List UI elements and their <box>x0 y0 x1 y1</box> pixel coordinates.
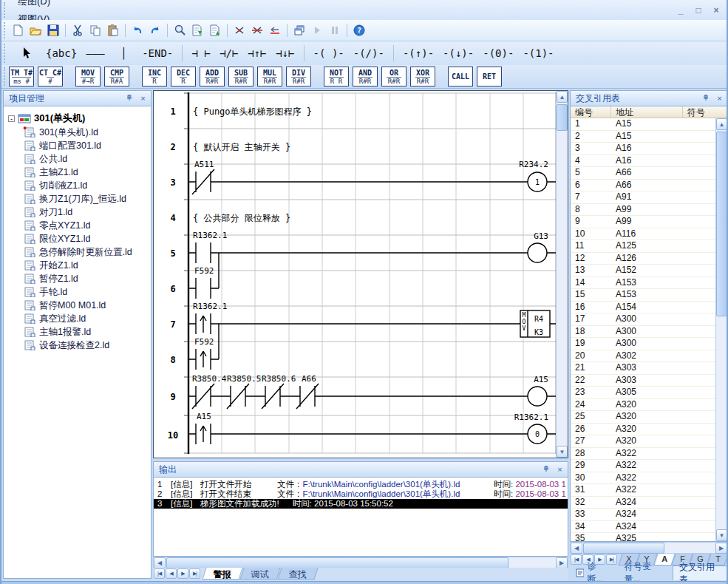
table-row[interactable]: 11 A125 <box>571 240 715 253</box>
scroll-right-icon[interactable]: ▶ <box>556 557 568 568</box>
log-row-selected[interactable]: 3 [信息] 梯形图文件加载成功! 时间: 2015-08-03 15:50:5… <box>154 499 568 509</box>
toolbar-gripper[interactable] <box>4 67 7 86</box>
tree-item[interactable]: 暂停Z1.ld <box>8 272 149 285</box>
column-header-number[interactable]: 编号 <box>571 106 611 118</box>
toolbar-gripper[interactable] <box>4 44 7 63</box>
pin-icon[interactable] <box>541 465 551 474</box>
tree-item[interactable]: 暂停M00 M01.ld <box>8 299 149 312</box>
ladder-element-button[interactable]: ⊣/⊢ <box>215 45 243 61</box>
help-icon[interactable]: ? <box>350 22 368 38</box>
tree-item[interactable]: 手轮.ld <box>8 285 149 299</box>
collapse-icon[interactable]: - <box>8 115 15 122</box>
tree-item[interactable]: 端口配置301.ld <box>8 139 149 152</box>
ladder-element-button[interactable]: ⊣↓⊢ <box>271 45 299 61</box>
column-header-address[interactable]: 地址 <box>611 106 683 118</box>
scroll-right-icon[interactable]: ▶ <box>715 543 727 554</box>
tab-symbol-variables[interactable]: 符号变量... <box>619 566 671 580</box>
run-icon[interactable] <box>308 22 326 38</box>
tree-item[interactable]: 开始Z1.ld <box>8 259 149 272</box>
table-row[interactable]: 34 A324 <box>571 521 715 534</box>
ladder-element-button[interactable]: -END- <box>137 45 177 61</box>
table-row[interactable]: 17 A300 <box>571 313 715 326</box>
copy-icon[interactable] <box>86 22 104 38</box>
table-row[interactable]: 21 A303 <box>571 362 715 375</box>
ladder-element-button[interactable]: ⊣↑⊢ <box>243 45 271 61</box>
first-tab-icon[interactable]: |◀ <box>154 568 165 579</box>
ladder-editor[interactable]: 1 2 3 4 5 6 7 8 9 10 { Pungo单头机梯形图程序 } {… <box>153 90 568 458</box>
restore-button[interactable]: □ <box>693 5 704 16</box>
close-icon[interactable]: × <box>138 94 148 103</box>
ladder-element-button[interactable]: ⊣ ⊢ <box>182 45 214 61</box>
save-doc-icon[interactable] <box>206 22 224 38</box>
prev-tab-icon[interactable]: ◀ <box>166 568 177 579</box>
table-row[interactable]: 10 A116 <box>571 228 715 241</box>
toolbar-gripper[interactable] <box>4 22 7 38</box>
last-tab-icon[interactable]: ▶| <box>189 568 200 579</box>
table-row[interactable]: 32 A324 <box>571 497 715 509</box>
delete-line-icon[interactable] <box>248 22 266 38</box>
tree-item[interactable]: 换刀Z1(刀库)_恒远.ld <box>8 192 149 206</box>
ladder-element-button[interactable]: -(0)- <box>478 45 518 61</box>
save-icon[interactable] <box>44 22 62 38</box>
table-row[interactable]: 8 A99 <box>571 204 715 217</box>
close-icon[interactable]: × <box>555 465 565 474</box>
editor-vertical-scrollbar[interactable]: ▲ ▼ <box>556 91 568 458</box>
instruction-button[interactable]: ADD R#R <box>200 67 225 86</box>
tree-item[interactable]: 对刀1.ld <box>8 206 149 219</box>
log-row[interactable]: 2 [信息] 打开文件结束 文件： F:\trunk\Main\config\l… <box>154 489 568 499</box>
table-row[interactable]: 28 A322 <box>571 448 715 461</box>
scroll-thumb[interactable] <box>583 543 664 554</box>
scroll-left-icon[interactable]: ◀ <box>571 543 582 554</box>
ladder-element-button[interactable]: {abc} <box>41 45 81 61</box>
scroll-thumb[interactable] <box>716 132 727 316</box>
table-row[interactable]: 1 A15 <box>571 118 715 131</box>
tab-find[interactable]: 查找 <box>277 568 318 580</box>
scroll-thumb[interactable] <box>166 557 508 568</box>
tree-item[interactable]: 限位XYZ1.ld <box>8 232 149 245</box>
first-tab-icon[interactable]: |◀ <box>571 554 582 565</box>
table-row[interactable]: 2 A15 <box>571 131 715 143</box>
scroll-down-icon[interactable]: ▼ <box>557 446 568 458</box>
table-row[interactable]: 30 A322 <box>571 472 715 485</box>
table-row[interactable]: 26 A320 <box>571 424 715 436</box>
ladder-element-button[interactable]: -(↑)- <box>393 45 438 61</box>
ladder-element-button[interactable]: -( )- <box>304 45 349 61</box>
delete-element-icon[interactable] <box>231 22 248 38</box>
load-doc-icon[interactable] <box>188 22 206 38</box>
table-row[interactable]: 16 A154 <box>571 302 715 314</box>
tab-diagnostics[interactable]: 诊断... <box>570 566 617 580</box>
table-row[interactable]: 22 A303 <box>571 375 715 387</box>
redo-icon[interactable] <box>146 22 164 38</box>
table-row[interactable]: 27 A320 <box>571 435 715 448</box>
pin-icon[interactable] <box>701 94 710 103</box>
scroll-left-icon[interactable]: ◀ <box>154 557 166 568</box>
pin-icon[interactable] <box>124 94 134 103</box>
open-file-icon[interactable] <box>27 22 44 38</box>
tree-item[interactable]: 主轴1报警.ld <box>8 325 149 339</box>
table-row[interactable]: 31 A322 <box>571 484 715 497</box>
tree-root[interactable]: - 301(单头机) <box>8 111 149 126</box>
tree-item[interactable]: ● 301(单头机).ld <box>8 126 149 139</box>
instruction-button[interactable]: CMP R#A <box>104 67 129 86</box>
table-row[interactable]: 19 A300 <box>571 338 715 350</box>
ladder-element-button[interactable]: │ <box>109 45 137 61</box>
table-row[interactable]: 7 A91 <box>571 191 715 204</box>
table-row[interactable]: 14 A153 <box>571 277 715 290</box>
scroll-down-icon[interactable]: ▼ <box>716 529 727 541</box>
scroll-up-icon[interactable]: ▲ <box>557 91 568 103</box>
ladder-element-button[interactable]: -(/)- <box>349 45 389 61</box>
scroll-thumb[interactable] <box>557 104 568 131</box>
close-icon[interactable]: × <box>715 94 724 103</box>
instruction-button[interactable]: NOT R R <box>324 67 349 86</box>
table-row[interactable]: 13 A152 <box>571 265 715 277</box>
close-button[interactable]: × <box>710 5 722 16</box>
tab-alarm[interactable]: 警报 <box>202 568 242 580</box>
instruction-button[interactable]: OR R#R <box>381 67 406 86</box>
table-row[interactable]: 18 A300 <box>571 326 715 339</box>
tree-item[interactable]: 公共.ld <box>8 152 149 166</box>
cascade-windows-icon[interactable] <box>290 22 308 38</box>
tab-cross-reference[interactable]: 交叉引用表 <box>673 566 728 580</box>
log-row[interactable]: 1 [信息] 打开文件开始 文件： F:\trunk\Main\config\l… <box>154 480 568 489</box>
output-horizontal-scrollbar[interactable]: ◀ ▶ <box>153 557 568 568</box>
instruction-button[interactable]: RET <box>477 67 502 86</box>
